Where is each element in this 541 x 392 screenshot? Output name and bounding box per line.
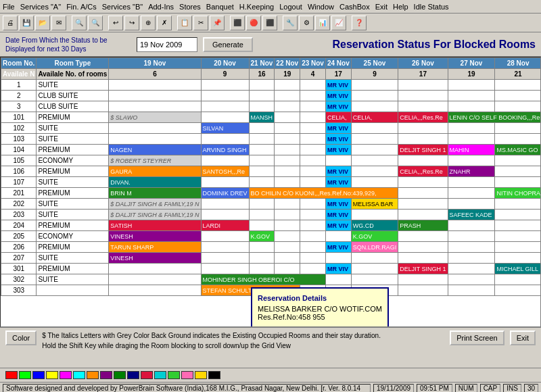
cell-res[interactable]: SQN.LDR.RAGI xyxy=(351,242,398,253)
cell[interactable] xyxy=(109,264,201,274)
cell[interactable] xyxy=(351,145,398,155)
cell[interactable] xyxy=(275,91,300,101)
table-row[interactable]: 2 CLUB SUITE MR VIV xyxy=(1,91,542,101)
cell-res[interactable]: TARUN SHARP xyxy=(109,242,201,253)
swatch-14[interactable] xyxy=(195,371,207,379)
cell[interactable] xyxy=(325,253,351,264)
swatch-1[interactable] xyxy=(19,371,31,379)
cell[interactable] xyxy=(275,253,300,264)
cell-res[interactable]: NAGEN xyxy=(109,145,201,155)
cell[interactable] xyxy=(109,101,201,112)
cell[interactable] xyxy=(201,242,249,253)
table-row[interactable]: 104 PREMIUM NAGEN ARVIND SINGH MR VIV DE… xyxy=(1,145,542,155)
menu-file[interactable]: File xyxy=(3,3,15,11)
cell-res[interactable]: LENIN C/O SELF BOOKING,,,Res.Ref.No:464,… xyxy=(448,112,541,123)
swatch-13[interactable] xyxy=(181,371,193,379)
cell-res[interactable]: MR VIV xyxy=(325,91,351,101)
tb-btn-10[interactable]: ✗ xyxy=(157,16,172,30)
cell-res[interactable]: BO CHILIN C/O KUONI,,,Res.Ref.No:439,929… xyxy=(249,188,398,199)
cell-res[interactable]: SILVAN xyxy=(201,123,249,134)
menu-services-b[interactable]: Services "B" xyxy=(102,3,143,11)
cell-res[interactable]: NITIN CHOPRA C/DBHARTIAXALIFE,,,Res.Ref xyxy=(495,188,541,199)
cell-res[interactable]: MR VIV xyxy=(325,166,351,177)
cell-res[interactable]: MS.MASIC GO xyxy=(495,145,541,155)
cell[interactable] xyxy=(300,253,326,264)
cell[interactable] xyxy=(201,177,249,188)
cell-res[interactable]: LARDI xyxy=(201,220,249,231)
menu-help[interactable]: Help xyxy=(393,3,408,11)
cell[interactable] xyxy=(351,274,398,285)
cell[interactable] xyxy=(351,91,398,101)
cell[interactable] xyxy=(109,285,201,296)
cell[interactable] xyxy=(275,264,300,274)
tb-btn-6[interactable]: 🔍 xyxy=(88,16,103,30)
cell-res[interactable]: DOMINIK DREV xyxy=(201,188,249,199)
cell[interactable] xyxy=(495,134,541,145)
tb-btn-3[interactable]: 📂 xyxy=(35,16,50,30)
tb-btn-17[interactable]: 🔧 xyxy=(283,16,298,30)
cell[interactable] xyxy=(275,242,300,253)
cell[interactable] xyxy=(249,134,275,145)
cell-res[interactable]: MICHAEL GILL xyxy=(495,264,541,274)
cell-res[interactable]: VINESH xyxy=(109,231,201,242)
table-row[interactable]: 105 ECONOMY $ ROBERT STEYRER CHEN/ MS.L xyxy=(1,155,542,166)
table-row[interactable]: 106 PREMIUM GAURA SANTOSH,,,Re MR VIV CE… xyxy=(1,166,542,177)
cell-res[interactable]: SAFEEC KADE xyxy=(448,210,495,220)
cell[interactable] xyxy=(275,199,300,210)
cell[interactable] xyxy=(300,220,326,231)
cell[interactable] xyxy=(351,134,398,145)
cell[interactable] xyxy=(201,264,249,274)
cell[interactable] xyxy=(275,231,300,242)
generate-button[interactable]: Generate xyxy=(203,37,253,52)
cell[interactable] xyxy=(448,80,495,91)
cell[interactable] xyxy=(398,177,448,188)
cell[interactable] xyxy=(201,101,249,112)
cell[interactable] xyxy=(398,274,448,285)
tb-btn-20[interactable]: 📈 xyxy=(331,16,346,30)
cell[interactable] xyxy=(249,80,275,91)
tb-btn-5[interactable]: 🔍 xyxy=(72,16,87,30)
cell[interactable] xyxy=(109,80,201,91)
cell-res[interactable]: DELJIT SINGH 1 xyxy=(398,264,448,274)
color-button[interactable]: Color xyxy=(5,330,37,345)
cell[interactable] xyxy=(398,155,448,166)
cell[interactable] xyxy=(448,285,495,296)
cell[interactable] xyxy=(398,80,448,91)
cell[interactable] xyxy=(448,91,495,101)
swatch-12[interactable] xyxy=(168,371,180,379)
cell[interactable] xyxy=(448,101,495,112)
menu-banquet[interactable]: Banquet xyxy=(206,3,234,11)
swatch-5[interactable] xyxy=(73,371,85,379)
tb-btn-2[interactable]: 💾 xyxy=(19,16,34,30)
cell[interactable] xyxy=(201,91,249,101)
cell[interactable] xyxy=(275,220,300,231)
table-row[interactable]: 205 ECONOMY VINESH K.GOV K.GOV MS PHILOM… xyxy=(1,231,542,242)
cell-res[interactable]: ZNAHR xyxy=(448,166,495,177)
cell[interactable] xyxy=(495,242,541,253)
cell[interactable] xyxy=(495,253,541,264)
cell[interactable] xyxy=(325,231,351,242)
cell[interactable] xyxy=(275,177,300,188)
cell[interactable] xyxy=(249,145,275,155)
cell[interactable] xyxy=(351,177,398,188)
swatch-9[interactable] xyxy=(127,371,139,379)
cell-res[interactable]: CELIA,,,Res.Re xyxy=(398,112,448,123)
tb-btn-11[interactable]: 📋 xyxy=(177,16,192,30)
cell-res[interactable]: $ SLAWO xyxy=(109,112,201,123)
cell[interactable] xyxy=(300,123,326,134)
cell-res[interactable]: CELIA, xyxy=(325,112,351,123)
cell[interactable] xyxy=(495,80,541,91)
menu-fin[interactable]: Fin. A/Cs xyxy=(66,3,97,11)
cell[interactable] xyxy=(249,155,275,166)
cell-res[interactable]: DIVAN. xyxy=(109,177,201,188)
cell-res[interactable]: MOHINDER SINGH OBEROI C/O xyxy=(201,274,325,285)
cell-res[interactable]: ARVIND SINGH xyxy=(201,145,249,155)
table-row[interactable]: 201 PREMIUM BRIN M DOMINIK DREV BO CHILI… xyxy=(1,188,542,199)
cell[interactable] xyxy=(300,80,326,91)
tb-btn-8[interactable]: ↪ xyxy=(124,16,139,30)
cell[interactable] xyxy=(201,80,249,91)
tb-btn-16[interactable]: ⬛ xyxy=(262,16,277,30)
cell[interactable] xyxy=(300,242,326,253)
cell[interactable] xyxy=(351,101,398,112)
cell[interactable] xyxy=(201,112,249,123)
